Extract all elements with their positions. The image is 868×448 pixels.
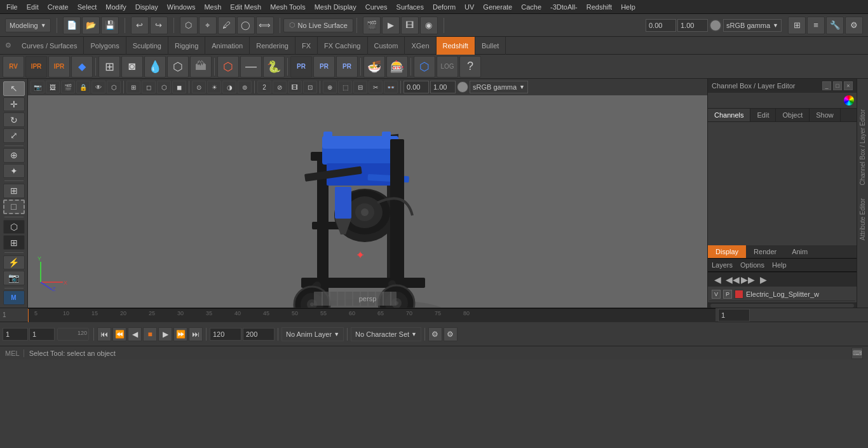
attribute-editor-label[interactable]: Attribute Editor — [858, 193, 867, 245]
menu-cache[interactable]: Cache — [517, 2, 545, 12]
rs-pr3[interactable]: PR — [336, 56, 358, 78]
rs-icon5[interactable]: ⊞ — [98, 56, 120, 78]
vp-show-btn[interactable]: 👁 — [92, 81, 105, 93]
soft-mod-btn[interactable]: ⊕ — [3, 148, 25, 163]
timeline-playhead[interactable] — [28, 309, 29, 322]
frame-value-input[interactable] — [29, 328, 55, 341]
vp-light-btn[interactable]: ☀ — [207, 81, 221, 93]
mode-dropdown[interactable]: Modeling ▼ — [5, 18, 51, 32]
tab-polygons[interactable]: Polygons — [84, 37, 126, 55]
mel-settings-icon[interactable]: ⌨ — [851, 348, 863, 359]
play-back-btn[interactable]: ◀ — [128, 327, 142, 341]
menu-curves[interactable]: Curves — [362, 2, 391, 12]
selection-mode-btn[interactable]: ⬡ — [180, 17, 198, 34]
layer-tab-display[interactable]: Display — [708, 245, 746, 258]
rs-icon8[interactable]: ⬡ — [167, 56, 189, 78]
tab-curves-surfaces[interactable]: Curves / Surfaces — [15, 37, 84, 55]
menu-modify[interactable]: Modify — [102, 2, 130, 12]
open-scene-button[interactable]: 📂 — [82, 17, 100, 34]
options-menu[interactable]: Options — [740, 261, 764, 269]
rp-maximize-btn[interactable]: □ — [833, 81, 842, 90]
rs-node-icon[interactable]: ⬡ — [414, 56, 435, 78]
rs-icon6[interactable]: ◙ — [121, 56, 143, 78]
layout-btn[interactable]: ⊞ — [788, 17, 806, 34]
layer-prev-btn[interactable]: ◀ — [710, 274, 724, 285]
vp-shade-btn[interactable]: ⊙ — [192, 81, 206, 93]
menu-redshift[interactable]: Redshift — [583, 2, 616, 12]
vp-shadow-btn[interactable]: ◑ — [222, 81, 236, 93]
attr-editor-btn[interactable]: 🔧 — [826, 17, 844, 34]
vp-cameras-btn[interactable]: 📷 — [31, 81, 44, 93]
range-slider[interactable]: 120 — [57, 328, 89, 341]
rs-ipr-icon[interactable]: IPR — [25, 56, 47, 78]
menu-surfaces[interactable]: Surfaces — [393, 2, 428, 12]
rs-cam-btn[interactable]: 📷 — [3, 271, 25, 285]
layer-tab-anim[interactable]: Anim — [784, 245, 815, 258]
right-panel-scrollbar[interactable] — [708, 302, 857, 308]
menu-windows[interactable]: Windows — [163, 2, 200, 12]
layer-row[interactable]: V P Electric_Log_Splitter_w — [709, 288, 855, 301]
menu-create[interactable]: Create — [44, 2, 72, 12]
tab-settings-btn[interactable]: ⚙ — [1, 39, 15, 53]
vp-gamma-dropdown[interactable]: sRGB gamma ▼ — [470, 81, 528, 93]
vp-wireframe-btn[interactable]: ⬡ — [157, 81, 171, 93]
help-menu-layers[interactable]: Help — [772, 261, 787, 269]
color-wheel-icon[interactable] — [844, 95, 854, 105]
menu-edit-mesh[interactable]: Edit Mesh — [226, 2, 265, 12]
live-surface-button[interactable]: ⬡ No Live Surface — [283, 18, 353, 32]
layer-fwd-btn[interactable]: ▶▶ — [741, 274, 755, 285]
menu-help[interactable]: Help — [617, 2, 639, 12]
scale-tool-btn[interactable]: ⤢ — [3, 128, 25, 143]
play-fwd-btn[interactable]: ▶ — [158, 327, 172, 341]
lasso-select-btn[interactable]: ⌖ — [199, 17, 217, 34]
vp-film-btn[interactable]: 🎬 — [61, 81, 75, 93]
move-tool-btn[interactable]: ✛ — [3, 97, 25, 112]
color-management-btn[interactable] — [709, 19, 722, 32]
vp-image-btn[interactable]: 🖼 — [46, 81, 60, 93]
go-to-start-btn[interactable]: ⏮ — [97, 327, 111, 341]
tab-custom[interactable]: Custom — [368, 37, 405, 55]
tab-object[interactable]: Object — [776, 109, 810, 121]
save-scene-button[interactable]: 💾 — [101, 17, 119, 34]
menu-display[interactable]: Display — [132, 2, 162, 12]
menu-generate[interactable]: Generate — [479, 2, 516, 12]
rotate-tool-btn[interactable]: ↻ — [3, 112, 25, 127]
layer-pickable-btn[interactable]: P — [723, 290, 732, 299]
tool-settings-btn[interactable]: ⚙ — [845, 17, 863, 34]
rs-pr1[interactable]: PR — [290, 56, 312, 78]
tab-edit[interactable]: Edit — [750, 109, 776, 121]
value1-field[interactable] — [646, 19, 676, 32]
layers-menu[interactable]: Layers — [712, 261, 733, 269]
tab-sculpting[interactable]: Sculpting — [126, 37, 168, 55]
start-frame-input[interactable] — [3, 328, 28, 341]
vp-grid-btn[interactable]: ⊞ — [126, 81, 140, 93]
rs-log-icon[interactable]: LOG — [437, 56, 458, 78]
tab-redshift[interactable]: Redshift — [437, 37, 475, 55]
timeline-track[interactable]: 5 10 15 20 25 30 35 40 45 50 55 60 65 70… — [28, 308, 715, 322]
ipr-btn[interactable]: ▶ — [382, 17, 400, 34]
vp-display-btn[interactable]: ⬡ — [107, 81, 121, 93]
redo-button[interactable]: ↪ — [150, 17, 168, 34]
playback-end-input[interactable] — [243, 328, 275, 341]
tab-rendering[interactable]: Rendering — [250, 37, 295, 55]
tab-show[interactable]: Show — [810, 109, 841, 121]
current-frame-input[interactable] — [718, 309, 750, 322]
rp-minimize-btn[interactable]: _ — [822, 81, 831, 90]
snap-btn[interactable]: ⊞ — [3, 184, 25, 198]
rs-btn[interactable]: ◉ — [420, 17, 438, 34]
menu-uv[interactable]: UV — [461, 2, 478, 12]
tab-fx[interactable]: FX — [295, 37, 318, 55]
rs-icon4[interactable]: ◆ — [71, 56, 93, 78]
layer-next-btn[interactable]: ▶ — [756, 274, 770, 285]
rs-icon7[interactable]: 💧 — [144, 56, 166, 78]
rs-render-icon[interactable]: 🍜 — [363, 56, 385, 78]
rs-icon10[interactable]: ⬡ — [217, 56, 239, 78]
gamma-dropdown[interactable]: sRGB gamma ▼ — [723, 19, 782, 32]
vp-ao-btn[interactable]: ⊚ — [238, 81, 252, 93]
layer-tab-render[interactable]: Render — [746, 245, 784, 258]
rs-ipr2-icon[interactable]: IPR — [48, 56, 70, 78]
rs-lut-icon[interactable]: 🎰 — [386, 56, 408, 78]
vp-lock-btn[interactable]: 🔒 — [76, 81, 90, 93]
viewport[interactable]: 📷 🖼 🎬 🔒 👁 ⬡ ⊞ ◻ ⬡ ◼ ⊙ ☀ ◑ ⊚ 2 ⊘ 🎞 ⊡ ⊕ ⬚ … — [28, 79, 707, 308]
tab-bullet[interactable]: Bullet — [475, 37, 506, 55]
